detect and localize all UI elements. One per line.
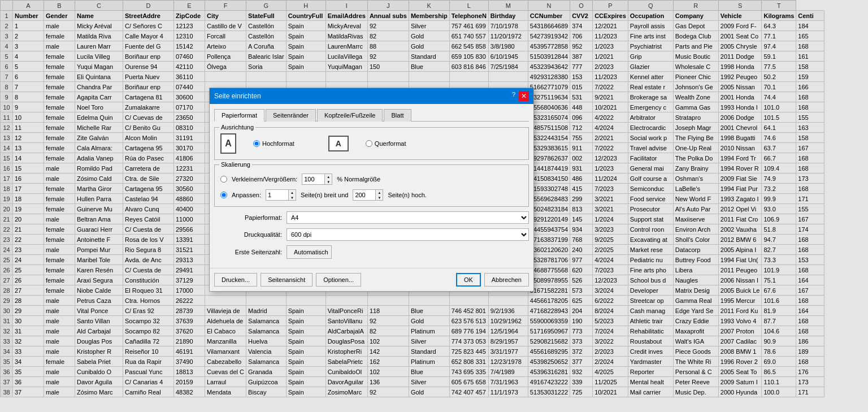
dialog-body: Papierformat Seitenränder Kopfzeile/Fußz… xyxy=(210,104,533,268)
orientation-section: Ausrichtung A Hochformat A xyxy=(214,127,529,160)
print-quality-select[interactable]: 600 dpi xyxy=(287,228,529,241)
paper-format-row: Papierformat: A4 xyxy=(214,211,529,224)
tab-seitenraender[interactable]: Seitenränder xyxy=(266,109,316,122)
fit-row: Anpassen: 1 ▲ ▼ Seite(n) breit und 200 xyxy=(220,189,523,201)
fit-up-arrow1[interactable]: ▲ xyxy=(289,190,296,195)
orientation-options: A Hochformat A Querformat xyxy=(220,133,523,154)
reduce-input[interactable]: 100 xyxy=(302,174,324,185)
dialog-controls: ? ✕ xyxy=(512,91,529,101)
fit-input2[interactable]: 200 xyxy=(353,189,375,201)
fit-down-arrow1[interactable]: ▼ xyxy=(289,195,296,200)
fit-spinner-group2: 200 ▲ ▼ xyxy=(353,189,383,201)
reduce-radio[interactable] xyxy=(220,176,227,183)
dialog-title: Seite einrichten xyxy=(214,92,261,100)
tab-papierformat[interactable]: Papierformat xyxy=(214,109,264,122)
dialog-close-button[interactable]: ✕ xyxy=(519,91,529,101)
fit-input1[interactable]: 1 xyxy=(266,189,288,201)
landscape-radio[interactable] xyxy=(366,140,372,147)
dialog-overlay: Seite einrichten ? ✕ Papierformat Seiten… xyxy=(0,0,868,412)
fit-radio[interactable] xyxy=(220,192,227,198)
landscape-icon: A xyxy=(328,136,349,151)
portrait-option: A xyxy=(220,133,236,154)
reduce-down-arrow[interactable]: ▼ xyxy=(325,179,332,184)
reduce-spinner-group: 100 ▲ ▼ xyxy=(302,174,332,185)
preview-button[interactable]: Seitenansicht xyxy=(261,273,313,287)
dialog-titlebar: Seite einrichten ? ✕ xyxy=(210,88,533,104)
landscape-label[interactable]: Querformat xyxy=(375,140,406,147)
fit-text: Seite(n) breit und xyxy=(301,192,348,198)
spreadsheet-container: ABCDEFGHIJKLMNOPQRST 1NumberGenderNameSt… xyxy=(0,0,868,412)
first-page-value[interactable]: Automatisch xyxy=(287,245,332,259)
reduce-spinner: ▲ ▼ xyxy=(324,174,332,185)
footer-right-buttons: OK Abbrechen xyxy=(456,273,529,287)
reduce-unit: % Normalgröße xyxy=(337,176,380,183)
scaling-title: Skalierung xyxy=(219,161,252,168)
fit-text2: Seite(n) hoch. xyxy=(388,192,426,198)
cancel-button[interactable]: Abbrechen xyxy=(484,273,529,287)
dialog-help[interactable]: ? xyxy=(512,91,515,101)
print-quality-label: Druckqualität: xyxy=(214,231,282,238)
tab-kopfzeile[interactable]: Kopfzeile/Fußzeile xyxy=(317,109,383,122)
reduce-up-arrow[interactable]: ▲ xyxy=(325,174,332,179)
portrait-icon: A xyxy=(220,133,236,154)
fit-spinner1: ▲ ▼ xyxy=(288,189,296,201)
fit-down-arrow2[interactable]: ▼ xyxy=(376,195,383,200)
tab-blatt[interactable]: Blatt xyxy=(384,109,411,122)
portrait-radio-group: Hochformat xyxy=(253,140,294,147)
options-button[interactable]: Optionen... xyxy=(316,273,361,287)
fit-spinner-group1: 1 ▲ ▼ xyxy=(266,189,296,201)
first-page-row: Erste Seitenzahl: Automatisch xyxy=(214,245,529,259)
reduce-row: Verkleinern/Vergrößern: 100 ▲ ▼ % Normal… xyxy=(220,174,523,185)
print-button[interactable]: Drucken... xyxy=(214,273,257,287)
dialog-tabs: Papierformat Seitenränder Kopfzeile/Fußz… xyxy=(214,109,529,122)
landscape-radio-group: Querformat xyxy=(366,140,406,147)
portrait-label[interactable]: Hochformat xyxy=(262,140,294,147)
paper-format-select[interactable]: A4 xyxy=(287,211,529,224)
print-quality-row: Druckqualität: 600 dpi xyxy=(214,228,529,241)
scaling-options: Verkleinern/Vergrößern: 100 ▲ ▼ % Normal… xyxy=(220,174,523,201)
page-setup-dialog: Seite einrichten ? ✕ Papierformat Seiten… xyxy=(209,88,534,292)
fit-label[interactable]: Anpassen: xyxy=(232,192,261,198)
reduce-label[interactable]: Verkleinern/Vergrößern: xyxy=(232,176,297,183)
first-page-label: Erste Seitenzahl: xyxy=(214,249,282,255)
dialog-footer: Drucken... Seitenansicht Optionen... OK … xyxy=(210,268,533,291)
scaling-section: Skalierung Verkleinern/Vergrößern: 100 ▲… xyxy=(214,164,529,207)
fit-up-arrow2[interactable]: ▲ xyxy=(376,190,383,195)
fit-spinner2: ▲ ▼ xyxy=(375,189,383,201)
footer-left-buttons: Drucken... Seitenansicht Optionen... xyxy=(214,273,361,287)
portrait-radio[interactable] xyxy=(253,140,260,147)
landscape-option: A xyxy=(328,136,349,151)
orientation-label: Ausrichtung xyxy=(219,124,255,131)
ok-button[interactable]: OK xyxy=(456,273,481,287)
paper-format-label: Papierformat: xyxy=(214,214,282,221)
